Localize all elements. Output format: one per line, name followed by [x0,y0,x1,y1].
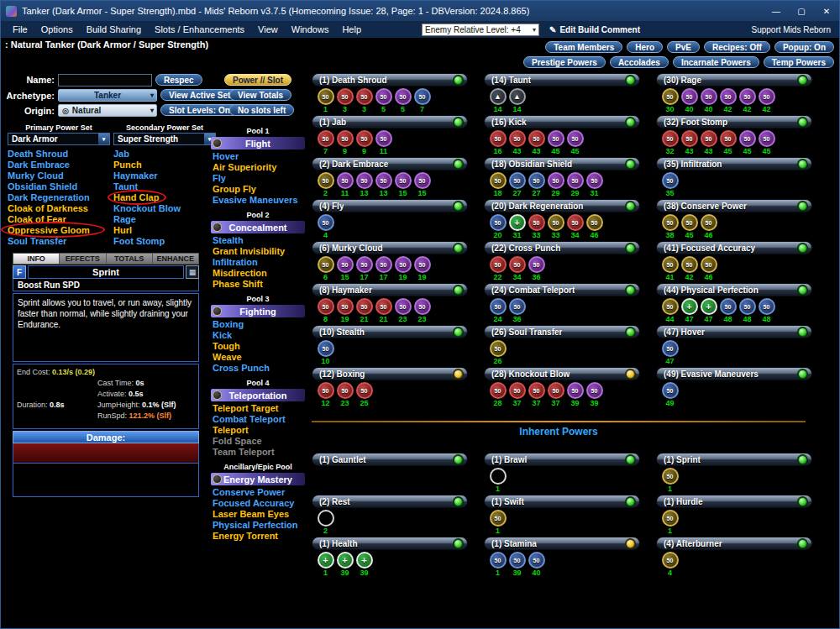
enhancement-slot[interactable]: 501 [661,510,679,535]
tab-totals[interactable]: TOTALS [107,253,153,265]
power-bar[interactable]: (10) Stealth [312,325,468,338]
enhancement-slot[interactable]: 5040 [700,88,717,113]
enhancement-slot[interactable]: 502 [317,172,334,197]
powerlist-item[interactable]: Hurl [113,225,219,236]
powerlist-item[interactable]: Dark Regeneration [8,192,113,203]
enhancement-slot[interactable]: 5043 [508,130,526,155]
enhancement-slot[interactable]: 5045 [719,130,737,155]
enhancement-slot[interactable]: 5015 [394,172,412,197]
enhancement-slot[interactable]: 5029 [547,172,564,197]
powerlist-item[interactable]: Dark Embrace [8,160,113,170]
close-icon[interactable]: ✕ [814,1,839,21]
enhancement-slot[interactable]: +39 [355,552,373,577]
name-input[interactable] [58,74,152,86]
enhancement-slot[interactable]: 5012 [317,382,334,407]
powerlist-item[interactable]: Foot Stomp [113,236,219,247]
enhancement-slot[interactable]: 5011 [336,172,354,197]
tab-effects[interactable]: EFFECTS [60,253,106,265]
enhancement-slot[interactable]: 507 [317,130,334,155]
enhancement-slot[interactable]: 501 [317,88,334,113]
powerlist-item[interactable]: Team Teleport [211,447,305,458]
pool-header[interactable]: Fighting [211,305,305,317]
header-button[interactable]: PvE [667,41,700,53]
enhancement-slot[interactable]: 5035 [661,172,679,197]
enhancement-slot[interactable]: +47 [680,298,698,323]
powerlist-item[interactable]: Grant Invisibility [211,246,305,257]
enhancement-slot[interactable]: 5021 [375,298,392,323]
expand-icon[interactable]: ▦ [186,265,199,279]
enhancement-slot[interactable]: 5017 [355,256,373,281]
power-bar[interactable]: (14) Taunt [484,73,640,86]
tab-info[interactable]: INFO [13,253,60,265]
enhancement-slot[interactable]: 5025 [355,382,373,407]
power-bar[interactable]: (30) Rage [656,73,812,86]
enhancement-slot[interactable]: 5019 [394,256,412,281]
power-bar[interactable]: (44) Physical Perfection [656,283,812,296]
powerlist-item[interactable]: Misdirection [211,268,305,279]
enhancement-slot[interactable]: 505 [375,88,392,113]
enhancement-slot[interactable]: 5019 [336,298,354,323]
power-bar[interactable]: (28) Knockout Blow [484,367,640,380]
header-button[interactable]: Hero [627,41,663,53]
pool-header[interactable]: Concealment [211,221,305,233]
enhancement-slot[interactable]: 5046 [585,214,603,239]
powerlist-item[interactable]: Death Shroud [8,149,113,160]
enhancement-slot[interactable]: 5045 [738,130,756,155]
enhancement-slot[interactable]: 5027 [508,172,526,197]
enemy-relative-level-select[interactable]: Enemy Relative Level: +4 ▾ [422,24,539,36]
powerlist-item[interactable]: Air Superiority [211,162,305,173]
enhancement-slot[interactable]: 5042 [738,88,756,113]
slot-levels-toggle-button[interactable]: Slot Levels: On [160,104,239,116]
enhancement-slot[interactable]: 5046 [700,256,717,281]
enhancement-slot[interactable]: 5031 [585,172,603,197]
power-bar[interactable]: (2) Rest [312,495,468,508]
enhancement-slot[interactable]: 5036 [528,256,545,281]
power-bar[interactable]: (38) Conserve Power [656,199,812,212]
maximize-icon[interactable]: ▢ [789,1,814,21]
powerlist-item[interactable]: Oppressive Gloom [8,225,113,236]
power-bar[interactable]: (22) Cross Punch [484,241,640,254]
pool-header[interactable]: Energy Mastery [211,473,305,485]
enhancement-slot[interactable]: 5048 [738,298,756,323]
enhancement-slot[interactable]: 5011 [375,130,392,155]
powerlist-item[interactable]: Jab [113,149,219,160]
power-bar[interactable]: (41) Focused Accuracy [656,241,812,254]
header-button[interactable]: Temp Powers [764,56,834,68]
enhancement-slot[interactable]: 501 [489,510,507,535]
enhancement-slot[interactable]: 5041 [661,256,679,281]
powerlist-item[interactable]: Cross Punch [211,363,305,374]
tab-enhance[interactable]: ENHANCE [153,253,199,265]
power-bar[interactable]: (1) Brawl [484,453,640,466]
enhancement-slot[interactable]: 5042 [719,88,737,113]
enhancement-slot[interactable]: 5042 [680,256,698,281]
enhancement-slot[interactable]: 5030 [661,88,679,113]
enhancement-slot[interactable]: 5029 [566,172,584,197]
power-bar[interactable]: (35) Infiltration [656,157,812,170]
enhancement-slot[interactable]: 5033 [528,214,545,239]
power-bar[interactable]: (6) Murky Cloud [312,241,468,254]
enhancement-slot[interactable]: 5033 [547,214,564,239]
menu-item[interactable]: View [251,24,285,34]
enhancement-slot[interactable]: 5045 [680,214,698,239]
power-bar[interactable]: (8) Haymaker [312,283,468,296]
enhancement-slot[interactable]: 5045 [566,130,584,155]
view-totals-button[interactable]: View Totals [229,89,291,101]
powerlist-item[interactable]: Laser Beam Eyes [211,509,305,520]
enhancement-slot[interactable]: 5022 [489,256,507,281]
powerlist-item[interactable]: Knockout Blow [113,203,219,214]
enhancement-slot[interactable]: 5037 [547,382,564,407]
powerlist-item[interactable]: Infiltration [211,257,305,268]
powerlist-item[interactable]: Focused Accuracy [211,498,305,509]
powerlist-item[interactable]: Kick [211,330,305,341]
powerlist-item[interactable]: Combat Teleport [211,414,305,425]
enhancement-slot[interactable]: 5042 [758,88,775,113]
edit-build-comment-button[interactable]: ✎ Edit Build Comment [549,25,640,34]
enhancement-slot[interactable]: 5048 [758,298,775,323]
origin-select[interactable]: ◎ Natural ▾ [58,104,157,117]
menu-item[interactable]: Options [34,24,80,34]
menu-item[interactable]: Windows [285,24,336,34]
powerlist-item[interactable]: Evasive Maneuvers [211,195,305,206]
power-bar[interactable]: (47) Hover [656,325,812,338]
enhancement-slot[interactable]: 5045 [758,130,775,155]
powerlist-item[interactable]: Soul Transfer [8,236,113,247]
